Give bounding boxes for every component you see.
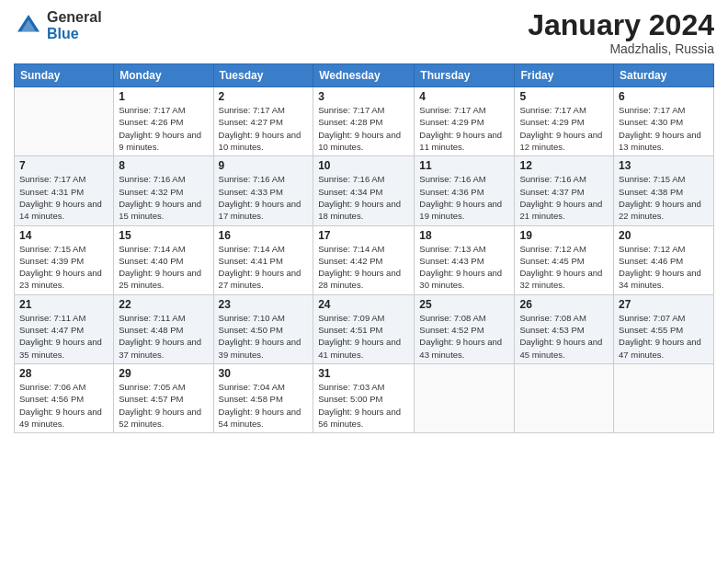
day-info: Sunrise: 7:14 AMSunset: 4:42 PMDaylight:…	[318, 244, 401, 291]
day-info: Sunrise: 7:08 AMSunset: 4:52 PMDaylight:…	[419, 313, 502, 360]
day-number: 13	[619, 159, 709, 172]
table-row: 19 Sunrise: 7:12 AMSunset: 4:45 PMDaylig…	[515, 225, 614, 294]
table-row	[415, 363, 515, 432]
day-info: Sunrise: 7:16 AMSunset: 4:34 PMDaylight:…	[318, 174, 401, 221]
page: General Blue January 2024 Madzhalis, Rus…	[0, 0, 728, 563]
table-row: 3 Sunrise: 7:17 AMSunset: 4:28 PMDayligh…	[313, 87, 415, 156]
table-row: 5 Sunrise: 7:17 AMSunset: 4:29 PMDayligh…	[515, 87, 614, 156]
day-info: Sunrise: 7:16 AMSunset: 4:36 PMDaylight:…	[419, 174, 502, 221]
table-row: 29 Sunrise: 7:05 AMSunset: 4:57 PMDaylig…	[114, 363, 213, 432]
day-info: Sunrise: 7:12 AMSunset: 4:46 PMDaylight:…	[619, 244, 701, 291]
day-number: 29	[119, 367, 208, 380]
day-number: 12	[519, 159, 609, 172]
day-info: Sunrise: 7:08 AMSunset: 4:53 PMDaylight:…	[519, 313, 602, 360]
day-info: Sunrise: 7:04 AMSunset: 4:58 PMDaylight:…	[219, 382, 301, 429]
day-number: 4	[419, 90, 509, 103]
day-info: Sunrise: 7:14 AMSunset: 4:40 PMDaylight:…	[119, 244, 201, 291]
logo-icon	[14, 11, 43, 40]
col-friday: Friday	[515, 64, 614, 87]
calendar-week-row: 7 Sunrise: 7:17 AMSunset: 4:31 PMDayligh…	[15, 156, 714, 225]
table-row: 1 Sunrise: 7:17 AMSunset: 4:26 PMDayligh…	[114, 87, 213, 156]
day-info: Sunrise: 7:17 AMSunset: 4:29 PMDaylight:…	[419, 105, 502, 152]
table-row: 14 Sunrise: 7:15 AMSunset: 4:39 PMDaylig…	[15, 225, 114, 294]
day-info: Sunrise: 7:12 AMSunset: 4:45 PMDaylight:…	[519, 244, 602, 291]
day-number: 21	[19, 298, 108, 311]
table-row: 2 Sunrise: 7:17 AMSunset: 4:27 PMDayligh…	[213, 87, 313, 156]
day-info: Sunrise: 7:17 AMSunset: 4:27 PMDaylight:…	[219, 105, 301, 152]
day-info: Sunrise: 7:13 AMSunset: 4:43 PMDaylight:…	[419, 244, 502, 291]
day-number: 16	[219, 229, 309, 242]
day-number: 10	[318, 159, 409, 172]
day-info: Sunrise: 7:07 AMSunset: 4:55 PMDaylight:…	[619, 313, 701, 360]
table-row: 10 Sunrise: 7:16 AMSunset: 4:34 PMDaylig…	[313, 156, 415, 225]
col-monday: Monday	[114, 64, 213, 87]
day-info: Sunrise: 7:06 AMSunset: 4:56 PMDaylight:…	[19, 382, 102, 429]
day-info: Sunrise: 7:15 AMSunset: 4:39 PMDaylight:…	[19, 244, 102, 291]
header: General Blue January 2024 Madzhalis, Rus…	[14, 9, 714, 56]
table-row: 31 Sunrise: 7:03 AMSunset: 5:00 PMDaylig…	[313, 363, 415, 432]
day-info: Sunrise: 7:11 AMSunset: 4:48 PMDaylight:…	[119, 313, 201, 360]
day-number: 26	[519, 298, 609, 311]
calendar-week-row: 28 Sunrise: 7:06 AMSunset: 4:56 PMDaylig…	[15, 363, 714, 432]
col-wednesday: Wednesday	[313, 64, 415, 87]
day-number: 1	[119, 90, 208, 103]
logo: General Blue	[14, 9, 102, 41]
calendar-week-row: 1 Sunrise: 7:17 AMSunset: 4:26 PMDayligh…	[15, 87, 714, 156]
day-number: 5	[519, 90, 609, 103]
day-info: Sunrise: 7:16 AMSunset: 4:32 PMDaylight:…	[119, 174, 201, 221]
day-info: Sunrise: 7:17 AMSunset: 4:30 PMDaylight:…	[619, 105, 701, 152]
logo-general: General	[47, 9, 102, 26]
table-row: 26 Sunrise: 7:08 AMSunset: 4:53 PMDaylig…	[515, 294, 614, 363]
title-month: January 2024	[528, 9, 714, 41]
day-info: Sunrise: 7:17 AMSunset: 4:28 PMDaylight:…	[318, 105, 401, 152]
table-row: 16 Sunrise: 7:14 AMSunset: 4:41 PMDaylig…	[213, 225, 313, 294]
day-number: 25	[419, 298, 509, 311]
table-row: 21 Sunrise: 7:11 AMSunset: 4:47 PMDaylig…	[15, 294, 114, 363]
table-row	[15, 87, 114, 156]
day-number: 27	[619, 298, 709, 311]
day-info: Sunrise: 7:16 AMSunset: 4:37 PMDaylight:…	[519, 174, 602, 221]
col-saturday: Saturday	[614, 64, 714, 87]
table-row: 25 Sunrise: 7:08 AMSunset: 4:52 PMDaylig…	[415, 294, 515, 363]
day-info: Sunrise: 7:17 AMSunset: 4:31 PMDaylight:…	[19, 174, 102, 221]
day-number: 9	[219, 159, 309, 172]
table-row: 13 Sunrise: 7:15 AMSunset: 4:38 PMDaylig…	[614, 156, 714, 225]
table-row: 15 Sunrise: 7:14 AMSunset: 4:40 PMDaylig…	[114, 225, 213, 294]
table-row: 17 Sunrise: 7:14 AMSunset: 4:42 PMDaylig…	[313, 225, 415, 294]
table-row: 7 Sunrise: 7:17 AMSunset: 4:31 PMDayligh…	[15, 156, 114, 225]
day-info: Sunrise: 7:10 AMSunset: 4:50 PMDaylight:…	[219, 313, 301, 360]
table-row: 27 Sunrise: 7:07 AMSunset: 4:55 PMDaylig…	[614, 294, 714, 363]
table-row	[614, 363, 714, 432]
table-row: 11 Sunrise: 7:16 AMSunset: 4:36 PMDaylig…	[415, 156, 515, 225]
day-number: 6	[619, 90, 709, 103]
day-number: 7	[19, 159, 108, 172]
table-row: 6 Sunrise: 7:17 AMSunset: 4:30 PMDayligh…	[614, 87, 714, 156]
calendar-week-row: 21 Sunrise: 7:11 AMSunset: 4:47 PMDaylig…	[15, 294, 714, 363]
day-info: Sunrise: 7:17 AMSunset: 4:26 PMDaylight:…	[119, 105, 201, 152]
table-row: 4 Sunrise: 7:17 AMSunset: 4:29 PMDayligh…	[415, 87, 515, 156]
calendar-table: Sunday Monday Tuesday Wednesday Thursday…	[14, 63, 714, 433]
day-number: 20	[619, 229, 709, 242]
day-info: Sunrise: 7:15 AMSunset: 4:38 PMDaylight:…	[619, 174, 701, 221]
table-row: 23 Sunrise: 7:10 AMSunset: 4:50 PMDaylig…	[213, 294, 313, 363]
day-number: 28	[19, 367, 108, 380]
calendar-week-row: 14 Sunrise: 7:15 AMSunset: 4:39 PMDaylig…	[15, 225, 714, 294]
table-row: 30 Sunrise: 7:04 AMSunset: 4:58 PMDaylig…	[213, 363, 313, 432]
day-number: 23	[219, 298, 309, 311]
logo-blue: Blue	[47, 26, 102, 42]
title-block: January 2024 Madzhalis, Russia	[528, 9, 714, 56]
table-row: 22 Sunrise: 7:11 AMSunset: 4:48 PMDaylig…	[114, 294, 213, 363]
col-thursday: Thursday	[415, 64, 515, 87]
day-number: 30	[219, 367, 309, 380]
day-number: 8	[119, 159, 208, 172]
day-number: 15	[119, 229, 208, 242]
table-row: 18 Sunrise: 7:13 AMSunset: 4:43 PMDaylig…	[415, 225, 515, 294]
col-tuesday: Tuesday	[213, 64, 313, 87]
day-number: 22	[119, 298, 208, 311]
table-row: 28 Sunrise: 7:06 AMSunset: 4:56 PMDaylig…	[15, 363, 114, 432]
day-number: 31	[318, 367, 409, 380]
day-number: 3	[318, 90, 409, 103]
day-info: Sunrise: 7:11 AMSunset: 4:47 PMDaylight:…	[19, 313, 102, 360]
table-row: 8 Sunrise: 7:16 AMSunset: 4:32 PMDayligh…	[114, 156, 213, 225]
table-row: 24 Sunrise: 7:09 AMSunset: 4:51 PMDaylig…	[313, 294, 415, 363]
